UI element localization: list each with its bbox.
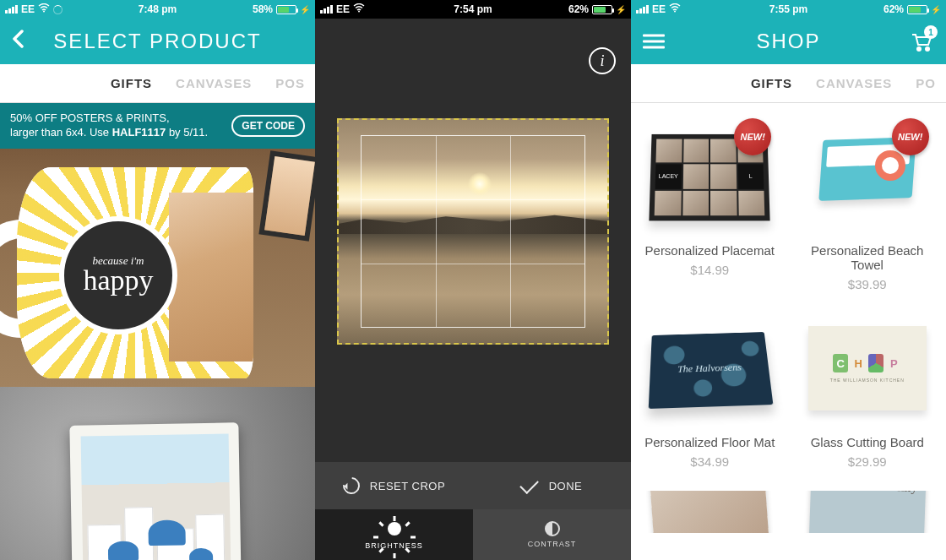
crop-grid[interactable] xyxy=(361,135,585,328)
category-tabs: GIFTS CANVASES POS xyxy=(0,64,315,103)
editor-tabs: BRIGHTNESS CONTRAST xyxy=(315,509,631,560)
tab-gifts[interactable]: GIFTS xyxy=(111,76,152,90)
status-bar: EE 7:48 pm 58% ⚡ xyxy=(0,0,315,19)
product-price: $39.99 xyxy=(848,277,887,291)
promo-banner: 50% OFF POSTERS & PRINTS, larger than 6x… xyxy=(0,103,315,149)
info-button[interactable]: i xyxy=(589,47,616,74)
product-price: $34.99 xyxy=(690,454,729,469)
editor-actions: RESET CROP DONE xyxy=(315,462,631,509)
charging-icon: ⚡ xyxy=(616,5,626,14)
clock: 7:55 pm xyxy=(769,3,807,15)
product-grid[interactable]: LACEYL NEW! Personalized Placemat $14.99… xyxy=(631,103,946,560)
product-name: Personalized Floor Mat xyxy=(644,435,775,449)
battery-icon xyxy=(592,5,612,14)
tab-canvases[interactable]: CANVASES xyxy=(176,76,252,90)
battery-pct: 58% xyxy=(253,3,273,15)
product-card[interactable] xyxy=(631,484,789,548)
new-badge: NEW! xyxy=(892,118,929,155)
clock: 7:54 pm xyxy=(454,3,492,15)
battery-icon xyxy=(276,5,296,14)
reset-icon xyxy=(340,474,363,497)
wifi-icon xyxy=(38,3,50,15)
category-tabs: GIFTS CANVASES PO xyxy=(631,64,946,103)
product-name: Personalized Placemat xyxy=(645,243,775,258)
signal-icon xyxy=(320,5,333,14)
tab-brightness[interactable]: BRIGHTNESS xyxy=(315,509,473,560)
product-thumb-cutting-board: CHP THE WILLIAMSON KITCHEN xyxy=(808,326,927,410)
product-thumb-floormat: The Halvorsens xyxy=(649,332,774,409)
product-card[interactable]: CHP THE WILLIAMSON KITCHEN Glass Cutting… xyxy=(789,307,947,484)
svg-point-2 xyxy=(674,11,676,13)
page-title: SHOP xyxy=(756,30,820,53)
get-code-button[interactable]: GET CODE xyxy=(231,115,305,137)
clock: 7:48 pm xyxy=(139,3,177,15)
product-price: $14.99 xyxy=(690,263,729,277)
product-thumb xyxy=(650,491,769,533)
product-name: Personalized Beach Towel xyxy=(794,243,942,272)
brightness-icon xyxy=(385,519,404,538)
tab-posters[interactable]: PO xyxy=(916,76,936,90)
crop-canvas[interactable] xyxy=(337,118,609,345)
back-button[interactable] xyxy=(12,30,24,53)
done-button[interactable]: DONE xyxy=(473,462,631,509)
cart-button[interactable]: 1 xyxy=(909,29,934,54)
status-bar: EE 7:55 pm 62% ⚡ xyxy=(631,0,946,19)
status-bar: EE 7:54 pm 62% ⚡ xyxy=(315,0,631,19)
tab-contrast[interactable]: CONTRAST xyxy=(473,509,631,560)
tab-gifts[interactable]: GIFTS xyxy=(751,76,792,90)
reset-crop-button[interactable]: RESET CROP xyxy=(315,462,473,509)
product-price: $29.99 xyxy=(848,454,887,469)
product-tile-pillow[interactable] xyxy=(0,387,315,560)
wifi-icon xyxy=(669,3,681,15)
cart-badge: 1 xyxy=(924,25,938,39)
promo-text: 50% OFF POSTERS & PRINTS, larger than 6x… xyxy=(10,111,208,140)
battery-pct: 62% xyxy=(568,3,589,15)
product-card[interactable]: LACEYL NEW! Personalized Placemat $14.99 xyxy=(631,115,789,307)
nav-bar: SHOP 1 xyxy=(631,19,946,64)
carrier: EE xyxy=(336,3,350,15)
signal-icon xyxy=(5,5,18,14)
battery-icon xyxy=(907,5,927,14)
tab-posters[interactable]: POS xyxy=(275,76,305,90)
product-card[interactable]: The Halvorsens Personalized Floor Mat $3… xyxy=(631,307,789,484)
wifi-icon xyxy=(353,3,365,15)
menu-button[interactable] xyxy=(643,31,665,52)
product-tile-mug[interactable]: because i'm happy xyxy=(0,149,315,387)
charging-icon: ⚡ xyxy=(931,5,941,14)
svg-point-1 xyxy=(358,11,360,13)
tab-canvases[interactable]: CANVASES xyxy=(816,76,892,90)
loading-icon xyxy=(53,5,63,14)
screen-photo-editor: EE 7:54 pm 62% ⚡ i RESET CROP xyxy=(315,0,631,560)
battery-pct: 62% xyxy=(883,3,904,15)
screen-select-product: EE 7:48 pm 58% ⚡ SELECT PRODUCT GIFTS CA… xyxy=(0,0,315,560)
charging-icon: ⚡ xyxy=(300,5,310,14)
signal-icon xyxy=(636,5,649,14)
nav-bar: SELECT PRODUCT xyxy=(0,19,315,64)
page-title: SELECT PRODUCT xyxy=(53,30,261,53)
check-icon xyxy=(519,475,539,494)
carrier: EE xyxy=(21,3,35,15)
screen-shop: EE 7:55 pm 62% ⚡ SHOP 1 GIFTS CANVASES P… xyxy=(631,0,946,560)
product-thumb: family xyxy=(808,491,926,533)
svg-point-0 xyxy=(43,11,45,13)
carrier: EE xyxy=(652,3,666,15)
svg-point-3 xyxy=(917,47,921,51)
product-card[interactable]: family xyxy=(789,484,947,548)
svg-point-4 xyxy=(926,47,929,51)
product-card[interactable]: NEW! Personalized Beach Towel $39.99 xyxy=(789,115,947,307)
contrast-icon xyxy=(545,521,560,536)
new-badge: NEW! xyxy=(734,118,771,155)
product-name: Glass Cutting Board xyxy=(811,435,924,449)
